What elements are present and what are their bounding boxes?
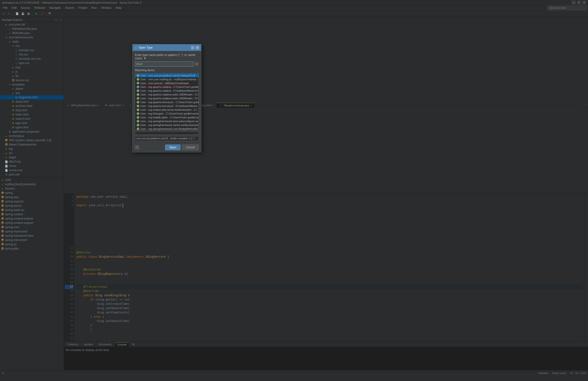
dialog-bottom-path: com.sun.jna.platform.win32...\kotlin-com…: [135, 136, 199, 141]
class-icon: C: [137, 78, 139, 81]
type-search-input[interactable]: [135, 61, 193, 67]
list-item-1[interactable]: C User - com.yuer.myblog.po - myBlog/src…: [135, 77, 199, 81]
scroll-left-btn[interactable]: ‹: [135, 132, 137, 134]
class-icon: C: [137, 85, 139, 88]
dialog-title-bar: ⊙ Open Type □ ✕: [132, 44, 201, 51]
dialog-title: Open Type: [139, 46, 153, 49]
list-item-5[interactable]: C User - org.apache.catalina.realm.JNDIR…: [135, 93, 199, 96]
cancel-button[interactable]: Cancel: [182, 145, 199, 150]
list-item-text: User - com.sun.jna.platform.win32.Netapi…: [140, 74, 197, 77]
list-item-13[interactable]: C User - org.springframework.cache.confi…: [135, 123, 199, 127]
matching-items-list[interactable]: C User - com.sun.jna.platform.win32.Neta…: [135, 73, 199, 131]
list-item-10[interactable]: C User - org.h2engine - C:\Users\Yuer\.g…: [135, 112, 199, 115]
list-item-text: User - org.apache.catalina.realm.JNDIRea…: [140, 93, 199, 96]
dropdown-icon[interactable]: ▼: [144, 57, 146, 60]
dialog-action-buttons: Open Cancel: [165, 145, 199, 150]
class-icon: C: [137, 74, 139, 77]
list-item-8[interactable]: C User - org.apache.tomcat.jni - D:\soft…: [135, 104, 199, 108]
dialog-maximize-button[interactable]: □: [191, 46, 194, 50]
class-icon: C: [137, 101, 139, 104]
list-item-9[interactable]: C User - org.eclipse.jetty.server.Authen…: [135, 108, 199, 112]
list-item-14[interactable]: C User - org.springframework.core.Bridge…: [135, 127, 199, 131]
list-item-text: User - org.h2engine - C:\Users\Yuer\.gra…: [140, 112, 199, 115]
list-item-text: User - org.springframework.core.BridgeMe…: [140, 127, 198, 130]
list-item-7[interactable]: C User - org.apache.tomcat.jni - C:\User…: [135, 100, 199, 104]
list-item-text: User - org.apache.catalina.realm.JNDIRea…: [140, 97, 199, 100]
dialog-body: Enter type name prefix or pattern (*, ?,…: [132, 51, 201, 142]
list-item-text: User - org.eclipse.jetty.server.Authenti…: [140, 108, 197, 111]
list-item-text: User - org.hsqldb.rights - C:\Users\Yuer…: [140, 116, 199, 119]
list-item-4[interactable]: C User - org.apache.catalina - D:\softwa…: [135, 89, 199, 93]
class-icon: C: [137, 93, 139, 96]
dialog-footer: ? Open Cancel: [132, 142, 201, 152]
dialog-title-icon: ⊙: [134, 46, 137, 50]
dialog-instruction-label: Enter type name prefix or pattern (*, ?,…: [135, 53, 199, 60]
scroll-right-btn[interactable]: ›: [197, 132, 199, 134]
open-type-dialog: ⊙ Open Type □ ✕ Enter type name prefix o…: [132, 44, 201, 152]
list-item-text: User - org.apache.tomcat.jni - C:\Users\…: [140, 101, 199, 104]
help-button[interactable]: ?: [135, 145, 139, 150]
list-item-text: User - org.springframework.cache.config.…: [140, 124, 199, 126]
list-item-text: User - org.springframework.boot.autoconf…: [140, 120, 198, 123]
class-icon: C: [137, 108, 139, 111]
list-item-2[interactable]: C User - com.yuer.po - HiBlog/src/main/j…: [135, 81, 199, 85]
class-icon: C: [137, 120, 139, 123]
class-icon: C: [137, 89, 139, 92]
class-icon: C: [137, 105, 139, 107]
class-icon: C: [137, 82, 139, 85]
list-item-text: User - org.apache.catalina - D:\software…: [140, 89, 199, 92]
list-item-text: User - com.yuer.po - HiBlog/src/main/jav…: [140, 82, 189, 85]
list-item-12[interactable]: C User - org.springframework.boot.autoco…: [135, 119, 199, 123]
open-button[interactable]: Open: [165, 145, 180, 150]
list-item-text: User - com.yuer.myblog.po - myBlog/src/m…: [140, 78, 196, 81]
list-item-0[interactable]: C User - com.sun.jna.platform.win32.Neta…: [135, 74, 199, 77]
scroll-right-icon: ›: [198, 74, 199, 77]
list-hscrollbar: ‹ ›: [135, 132, 199, 135]
list-item-text: User - org.apache.tomcat.jni - D:\softwa…: [140, 105, 198, 107]
class-icon: C: [137, 112, 139, 115]
class-icon: C: [137, 127, 139, 130]
list-item-6[interactable]: C User - org.apache.catalina.realm.JNDIR…: [135, 96, 199, 100]
class-icon: C: [137, 124, 139, 126]
dialog-close-button[interactable]: ✕: [195, 46, 199, 50]
scroll-right-icon: ›: [197, 78, 198, 81]
matching-items-label: Matching items:: [135, 69, 199, 72]
list-item-3[interactable]: C User - org.apache.catalina - C:\Users\…: [135, 85, 199, 89]
class-icon: C: [137, 116, 139, 119]
list-item-11[interactable]: C User - org.hsqldb.rights - C:\Users\Yu…: [135, 115, 199, 119]
dialog-overlay: ⊙ Open Type □ ✕ Enter type name prefix o…: [0, 0, 588, 381]
list-item-text: User - org.apache.catalina - C:\Users\Yu…: [140, 85, 199, 88]
class-icon: C: [137, 97, 139, 100]
clear-input-button[interactable]: ✕: [194, 62, 199, 66]
dialog-title-controls: □ ✕: [191, 46, 199, 50]
dialog-input-row: ✕: [135, 61, 199, 67]
